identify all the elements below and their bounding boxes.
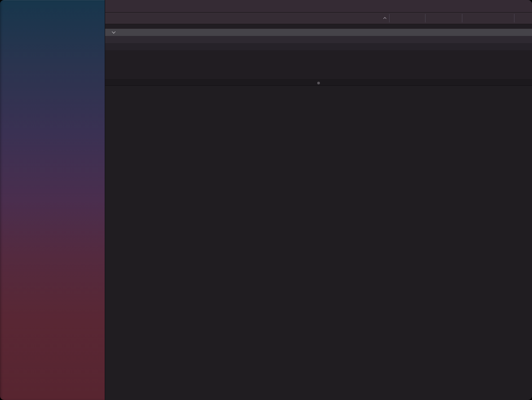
- empty-row: [105, 43, 532, 50]
- main-pane: [105, 0, 532, 400]
- pane-splitter[interactable]: [105, 79, 532, 85]
- table-header: [105, 13, 532, 24]
- system-information-window: [0, 0, 532, 400]
- minimize-button[interactable]: [13, 4, 19, 10]
- close-button[interactable]: [4, 4, 10, 10]
- splitter-handle-icon: [317, 82, 320, 84]
- sort-ascending-icon: [383, 17, 386, 20]
- column-divider[interactable]: [514, 14, 514, 22]
- detail-pane: [105, 85, 532, 400]
- zoom-button[interactable]: [22, 4, 28, 10]
- table-group-row[interactable]: [105, 29, 532, 36]
- chevron-down-icon: [112, 30, 115, 33]
- sidebar: [0, 0, 105, 400]
- column-divider[interactable]: [425, 14, 426, 22]
- column-divider[interactable]: [462, 14, 462, 22]
- column-divider[interactable]: [389, 14, 390, 22]
- memory-slot-table: [105, 24, 532, 79]
- title-bar[interactable]: [105, 0, 532, 13]
- window-controls: [4, 4, 28, 10]
- empty-row: [105, 36, 532, 43]
